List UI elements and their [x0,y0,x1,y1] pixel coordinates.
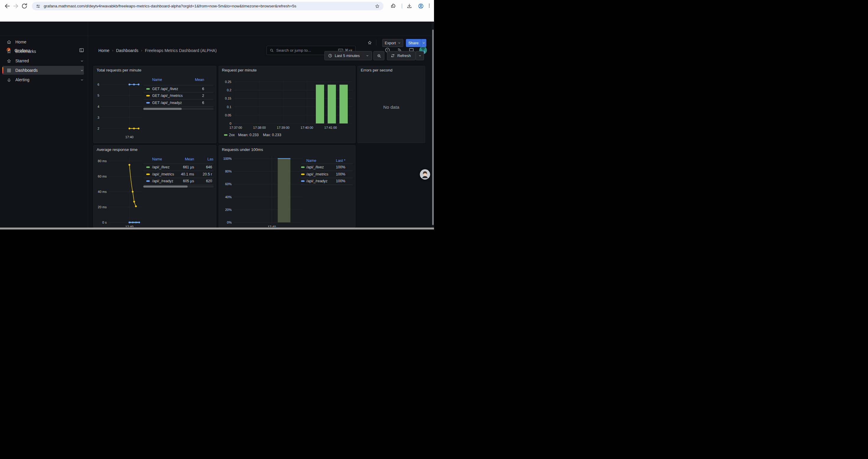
panel-title: Errors per second [361,68,392,72]
legend-separator [143,106,214,107]
legend-value: 100% [329,165,345,169]
legend-header[interactable]: Las [208,157,213,161]
search-placeholder: Search or jump to... [276,48,311,53]
legend-separator [143,171,214,171]
legend-separator [301,185,353,185]
legend-header[interactable]: Mean [176,157,194,161]
chevron-down-icon [366,54,369,57]
legend-header[interactable]: Name [306,159,316,163]
legend-value: 40.1 ms [174,172,194,176]
horizontal-scrollbar[interactable] [0,227,434,230]
panel-average-response-time[interactable]: Average response time 80 ms60 ms40 ms20 … [93,145,216,227]
legend-separator [301,178,353,178]
legend-value: 100% [329,179,345,183]
chart-request-per-minute [219,66,355,143]
vertical-scrollbar-thumb[interactable] [432,30,434,225]
menu-kebab-icon[interactable] [427,3,432,9]
legend-value: 646 [194,165,212,169]
legend-series-name[interactable]: GET /api/_/metrics [152,94,183,98]
panel-total-requests-per-minute[interactable]: Total requests per minute 6543217:40Name… [93,66,216,143]
legend-series-name[interactable]: GET /api/_/livez [152,87,178,91]
sidebar-active-accent [2,67,3,73]
search-icon [270,48,274,53]
legend-scrollbar-thumb[interactable] [143,108,182,110]
sidebar-item-bookmarks[interactable]: Bookmarks [2,47,84,56]
legend-separator [143,178,214,178]
starred-icon [6,59,11,64]
forward-icon[interactable] [12,2,20,10]
panel-requests-under-100ms[interactable]: Requests under 100ms 100%80%60%40%20%0%1… [219,145,355,227]
breadcrumb-item: Freeleaps Metrics Dashboard (ALPHA) [145,48,217,53]
legend-series-name[interactable]: GET /api/_/readyz [152,101,182,105]
legend-header[interactable]: Mean [186,78,204,82]
legend-series-pill [146,88,150,90]
legend-max: Max: 0.233 [263,133,281,137]
zoom-out-icon [377,54,381,58]
legend-scrollbar-thumb[interactable] [143,186,188,188]
legend-value: 6 [186,87,204,91]
chevron-down-icon [80,78,84,82]
grafana-top-nav: Grafana Home›Dashboards›Freeleaps Metric… [0,22,434,36]
favorite-star-icon[interactable] [367,40,372,45]
legend-series-name[interactable]: /api/_/metrics [152,172,174,176]
legend-series-pill [146,174,150,175]
legend-series-name[interactable]: /api/_/livez [306,165,324,169]
sidebar-item-home[interactable]: Home [2,37,84,46]
browser-toolbar: grafana.mathmast.com/d/deytv4rwavabkb/fr… [0,0,434,12]
sidebar-item-dashboards[interactable]: Dashboards [2,66,84,75]
refresh-interval-dropdown[interactable] [416,51,424,60]
legend-mean: Mean: 0.233 [238,133,259,137]
sidebar-item-label: Alerting [16,77,29,82]
clock-icon [328,54,332,58]
chevron-down-icon [80,59,84,63]
legend-series-name[interactable]: /api/_/metrics [306,172,328,176]
refresh-button[interactable]: Refresh [387,51,415,60]
panel-request-per-minute[interactable]: Request per minute 0.250.20.150.10.05017… [219,66,355,143]
legend-separator [143,92,214,93]
share-button[interactable]: Share [406,39,426,47]
legend-series-pill [146,95,150,97]
breadcrumb-item[interactable]: Dashboards [116,48,138,53]
profile-icon[interactable] [418,3,424,9]
reload-icon[interactable] [21,2,28,10]
panel-errors-per-second[interactable]: Errors per second No data [358,66,425,143]
time-range-picker[interactable]: Last 5 minutes [324,51,372,60]
sidebar-item-label: Dashboards [16,68,38,73]
zoom-out-button[interactable] [373,51,384,60]
back-icon[interactable] [4,2,11,10]
no-data-message: No data [358,104,425,110]
sidebar-item-starred[interactable]: Starred [2,57,84,65]
breadcrumb-item[interactable]: Home [98,48,109,53]
chevron-down-icon [418,54,422,57]
legend-series-name[interactable]: /api/_/readyz [152,179,174,183]
download-icon[interactable] [406,3,412,9]
sidebar-item-label: Starred [16,59,29,63]
refresh-sync-icon [391,54,395,58]
legend-value: 100% [329,172,345,176]
assistant-avatar[interactable] [420,169,430,179]
legend-separator [143,99,214,100]
legend-header[interactable]: Name [152,157,162,161]
share-menu-chevron[interactable] [421,39,426,47]
alerting-icon [6,77,11,83]
site-settings-icon[interactable] [36,4,40,8]
bookmarks-icon [6,49,11,54]
sidebar-border [88,22,88,227]
export-button[interactable]: Export [382,39,403,47]
url-text[interactable]: grafana.mathmast.com/d/deytv4rwavabkb/fr… [44,4,296,8]
legend-value: 20.5 r [194,172,212,176]
extensions-icon[interactable] [390,3,396,9]
legend-value: 620 [194,179,212,183]
legend-series-name[interactable]: /api/_/livez [152,165,169,169]
legend-value: 6 [186,101,204,105]
legend-separator [143,185,214,185]
legend-series-name[interactable]: 2xx [229,133,235,137]
legend-header[interactable]: Name [152,78,162,82]
legend-header[interactable]: Last * [329,159,345,163]
url-bar[interactable]: grafana.mathmast.com/d/deytv4rwavabkb/fr… [32,2,383,10]
bookmark-star-icon[interactable] [375,4,380,9]
legend-series-pill [146,167,150,168]
legend-series-name[interactable]: /api/_/readyz [306,179,328,183]
bookmarks-bar: Freeleaps 收藏博客 [0,12,434,22]
sidebar-item-alerting[interactable]: Alerting [2,75,84,84]
